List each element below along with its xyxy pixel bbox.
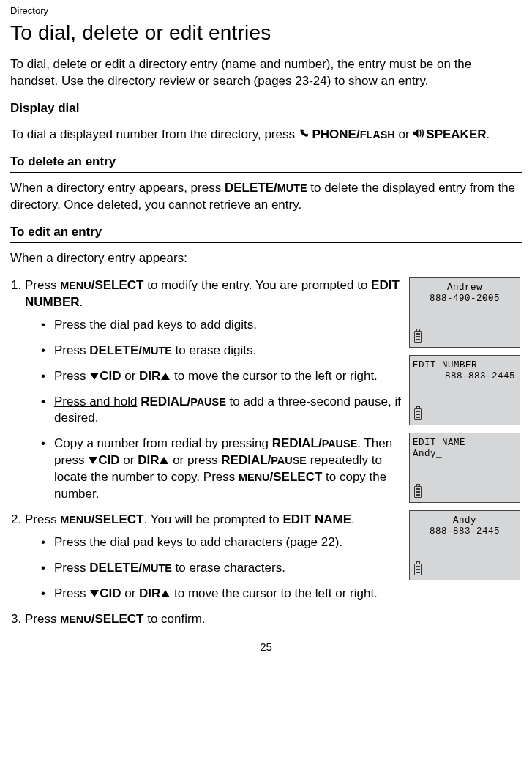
screen-line: 888-883-2445 <box>413 526 517 538</box>
key-cid: CID <box>100 586 121 600</box>
subhead-display-dial: Display dial <box>10 100 522 119</box>
bullet: Press DELETE/MUTE to erase characters. <box>41 560 403 577</box>
text: To dial a displayed number from the dire… <box>10 127 299 141</box>
screen-line: EDIT NAME <box>413 438 517 449</box>
key-redial: REDIAL/ <box>141 395 190 408</box>
subhead-edit-entry: To edit an entry <box>10 224 522 243</box>
key-delete: DELETE/ <box>89 561 142 575</box>
text: or <box>398 127 413 141</box>
down-arrow-icon <box>89 457 97 464</box>
step-2: Press MENU/SELECT. You will be prompted … <box>25 512 403 602</box>
text: Press <box>54 343 89 357</box>
key-cid: CID <box>100 369 121 383</box>
key-menu: MENU <box>60 613 91 625</box>
key-flash: FLASH <box>360 129 395 141</box>
text: . <box>351 512 355 526</box>
text: Press <box>54 586 89 600</box>
down-arrow-icon <box>90 373 99 380</box>
text: Press <box>54 561 89 575</box>
up-arrow-icon <box>161 373 170 380</box>
text: . You will be prompted to <box>144 512 283 526</box>
key-cid: CID <box>98 453 119 467</box>
text: to move the cursor to the left or right. <box>171 369 378 383</box>
bullet: Press the dial pad keys to add character… <box>41 534 403 551</box>
bullet: Press DELETE/MUTE to erase digits. <box>41 343 403 359</box>
key-pause: PAUSE <box>271 455 307 466</box>
key-mute: MUTE <box>277 182 307 194</box>
text: Copy a number from redial by pressing <box>54 436 272 450</box>
press-and-hold: Press and hold <box>54 395 137 408</box>
key-mute: MUTE <box>142 562 172 574</box>
step-1-bullets: Press the dial pad keys to add digits. P… <box>25 317 403 503</box>
text: or <box>120 453 138 467</box>
bullet: Press the dial pad keys to add digits. <box>41 317 403 334</box>
screen-line: Andy_ <box>413 449 517 460</box>
down-arrow-icon <box>90 590 99 597</box>
battery-icon <box>414 408 422 420</box>
text: or press <box>169 453 221 467</box>
bullet: Press CID or DIR to move the cursor to t… <box>41 586 403 602</box>
text: to erase characters. <box>172 561 285 575</box>
up-arrow-icon <box>160 457 168 464</box>
battery-icon <box>414 564 422 575</box>
page-number: 25 <box>10 640 522 654</box>
key-pause: PAUSE <box>322 438 358 449</box>
text: Press <box>25 512 60 526</box>
key-menu: MENU <box>60 280 91 291</box>
key-select: SELECT <box>94 612 143 626</box>
lcd-screen-1: Andrew 888-490-2005 <box>409 277 520 348</box>
text: to erase digits. <box>172 343 256 357</box>
key-redial: REDIAL/ <box>221 453 271 467</box>
delete-entry-paragraph: When a directory entry appears, press DE… <box>10 180 522 214</box>
section-label: Directory <box>10 4 522 18</box>
edit-steps-list: Press MENU/SELECT to modify the entry. Y… <box>10 277 403 628</box>
lcd-screen-4: Andy 888-883-2445 <box>409 510 520 580</box>
text: or <box>121 586 139 600</box>
intro-paragraph: To dial, delete or edit a directory entr… <box>10 56 522 90</box>
screen-line: EDIT NUMBER <box>413 360 517 372</box>
bullet: Copy a number from redial by pressing RE… <box>41 436 403 503</box>
subhead-delete-entry: To delete an entry <box>10 154 522 173</box>
key-pause: PAUSE <box>190 396 226 408</box>
edit-name: EDIT NAME <box>282 512 351 526</box>
screen-line: 888-883-2445 <box>413 371 517 383</box>
step-1: Press MENU/SELECT to modify the entry. Y… <box>25 277 403 503</box>
text: to modify the entry. You are prompted to <box>144 278 372 292</box>
edit-entry-lead: When a directory entry appears: <box>10 250 522 267</box>
text: . <box>487 127 490 141</box>
key-redial: REDIAL/ <box>272 436 322 450</box>
speaker-icon <box>413 127 426 143</box>
key-dir: DIR <box>138 453 159 467</box>
display-dial-paragraph: To dial a displayed number from the dire… <box>10 127 522 143</box>
text: Press <box>25 278 60 292</box>
key-select: SELECT <box>94 278 143 292</box>
battery-icon <box>414 486 422 498</box>
lcd-screen-3: EDIT NAME Andy_ <box>409 433 520 503</box>
screen-line: 888-490-2005 <box>413 294 517 305</box>
text: When a directory entry appears, press <box>10 181 225 195</box>
bullet: Press and hold REDIAL/PAUSE to add a thr… <box>41 394 403 428</box>
text: . <box>80 295 83 309</box>
key-select: SELECT <box>273 470 322 484</box>
screen-line: Andy <box>413 515 517 527</box>
text: or <box>121 369 139 383</box>
text: Press <box>25 612 60 626</box>
page-title: To dial, delete or edit entries <box>10 19 522 47</box>
key-mute: MUTE <box>142 345 172 356</box>
key-phone: PHONE/ <box>312 127 359 141</box>
text: to confirm. <box>144 612 206 626</box>
battery-icon <box>414 331 422 343</box>
key-dir: DIR <box>139 369 160 383</box>
step-2-bullets: Press the dial pad keys to add character… <box>25 534 403 602</box>
key-delete: DELETE/ <box>89 343 142 357</box>
screen-line: Andrew <box>413 283 517 294</box>
key-menu: MENU <box>239 471 270 483</box>
text: to move the cursor to the left or right. <box>171 586 378 600</box>
text: Press <box>54 369 89 383</box>
up-arrow-icon <box>161 590 170 597</box>
lcd-screen-2: EDIT NUMBER 888-883-2445 <box>409 355 520 425</box>
bullet: Press CID or DIR to move the cursor to t… <box>41 368 403 385</box>
key-menu: MENU <box>60 514 91 526</box>
phone-handset-icon <box>299 127 309 143</box>
key-select: SELECT <box>94 512 143 526</box>
